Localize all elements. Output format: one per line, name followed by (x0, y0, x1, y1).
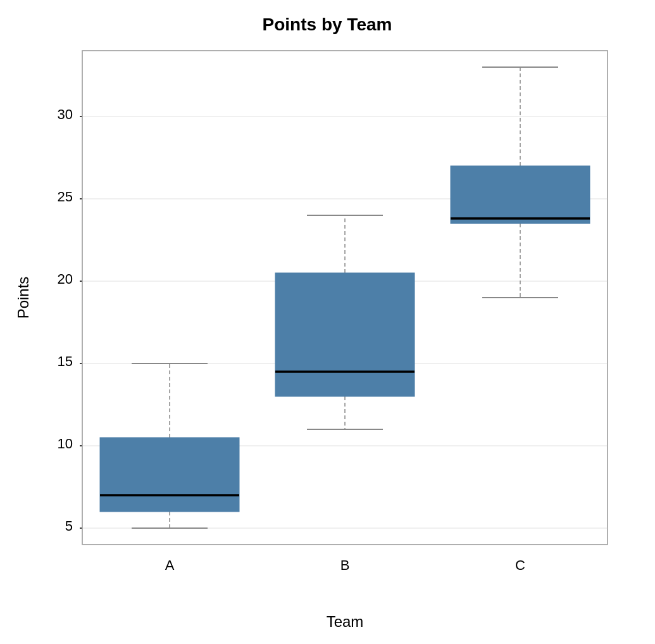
chart-title: Points by Team (263, 15, 392, 34)
x-tick-a: A (165, 557, 175, 573)
teamB-box (275, 273, 415, 396)
teamA-box (100, 438, 239, 512)
y-tick-20: 20 (58, 271, 73, 287)
x-axis-label: Team (327, 613, 364, 630)
y-tick-30: 30 (58, 106, 73, 122)
x-tick-b: B (340, 557, 350, 573)
chart-container: Points by Team 5 10 15 20 25 30 (0, 0, 655, 644)
boxplot-chart: Points by Team 5 10 15 20 25 30 (0, 0, 655, 644)
y-tick-5: 5 (65, 518, 73, 534)
x-tick-c: C (515, 557, 525, 573)
y-tick-10: 10 (58, 436, 73, 451)
y-tick-25: 25 (58, 189, 73, 205)
y-axis-label: Points (15, 277, 32, 319)
teamC-box (451, 166, 590, 224)
y-tick-15: 15 (58, 353, 73, 369)
